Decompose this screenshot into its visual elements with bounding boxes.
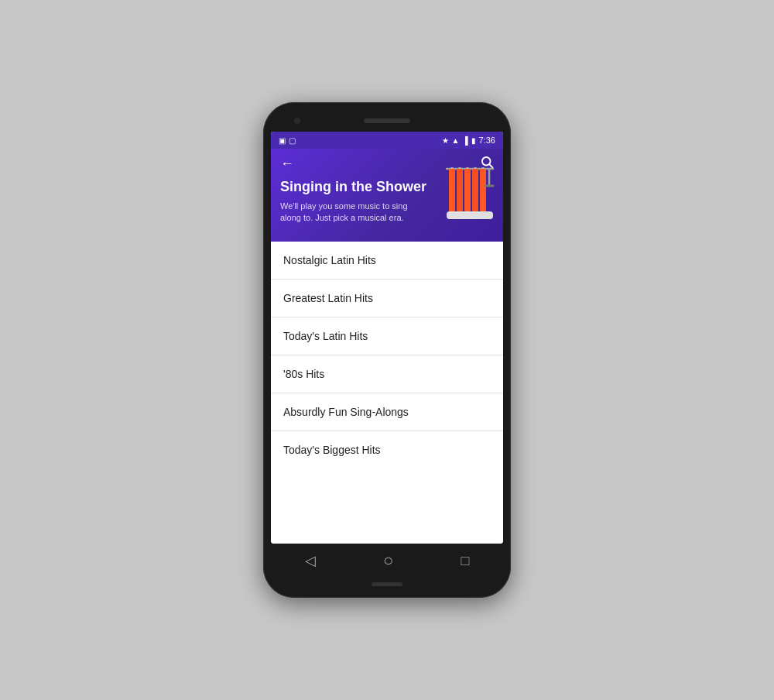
list-item-label: Greatest Latin Hits [283,292,373,304]
phone-mic-bar [271,578,503,590]
list-item-label: Today's Biggest Hits [283,444,381,456]
svg-rect-15 [447,211,493,219]
app-header: ← Singing in the Shower We'll play you s… [271,149,503,242]
music-era-list: Nostalgic Latin Hits Greatest Latin Hits… [271,242,503,544]
status-left-icons: ▣ ▢ [279,136,296,145]
phone-camera [294,118,300,124]
shower-illustration [443,163,497,225]
back-button[interactable]: ← [280,156,294,172]
phone-speaker [364,118,410,123]
recent-nav-button[interactable]: □ [461,553,469,569]
list-item[interactable]: '80s Hits [271,355,503,393]
svg-rect-10 [464,169,471,211]
phone-device: ▣ ▢ ★ ▲ ▐ ▮ 7:36 ← Si [263,102,511,598]
notification-icon: ▣ [279,136,286,145]
battery-icon: ▮ [471,136,476,145]
bluetooth-icon: ★ [442,136,449,145]
list-item[interactable]: Today's Biggest Hits [271,431,503,468]
second-notification-icon: ▢ [289,136,296,145]
signal-icon: ▐ [462,136,467,145]
svg-rect-8 [449,169,455,211]
back-nav-button[interactable]: ◁ [305,552,316,569]
svg-rect-11 [472,169,478,211]
android-nav-bar: ◁ ○ □ [271,544,503,578]
page-subtitle: We'll play you some music to sing along … [280,201,420,225]
list-item[interactable]: Today's Latin Hits [271,317,503,355]
list-item-label: Today's Latin Hits [283,330,368,342]
svg-rect-9 [457,169,463,211]
list-item-label: Nostalgic Latin Hits [283,254,376,266]
list-item[interactable]: Absurdly Fun Sing-Alongs [271,393,503,431]
list-item[interactable]: Greatest Latin Hits [271,280,503,317]
list-item-label: Absurdly Fun Sing-Alongs [283,406,409,418]
phone-screen: ▣ ▢ ★ ▲ ▐ ▮ 7:36 ← Si [271,132,503,544]
list-item-label: '80s Hits [283,368,324,380]
home-nav-button[interactable]: ○ [383,551,393,571]
svg-rect-12 [480,169,486,211]
status-bar: ▣ ▢ ★ ▲ ▐ ▮ 7:36 [271,132,503,149]
phone-top-bar [271,110,503,132]
time-display: 7:36 [479,136,495,145]
wifi-icon: ▲ [452,136,460,145]
phone-mic [372,582,402,586]
list-item[interactable]: Nostalgic Latin Hits [271,242,503,280]
status-right-icons: ★ ▲ ▐ ▮ 7:36 [442,136,495,145]
